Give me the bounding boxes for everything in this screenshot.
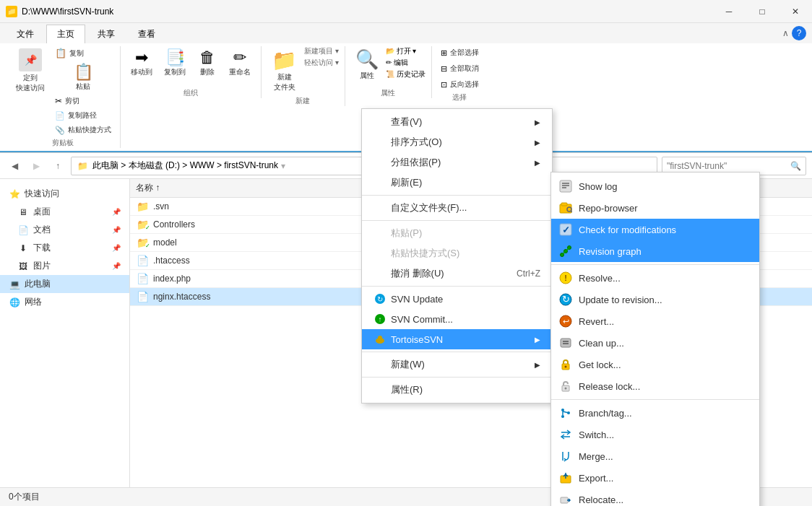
- sidebar-network-label: 网络: [25, 296, 42, 308]
- ctx2-repo-browser[interactable]: Repo-browser: [551, 197, 759, 219]
- ribbon-select-items: ⊞ 全部选择 ⊟ 全部取消 ⊡ 反向选择: [438, 46, 482, 91]
- back-button[interactable]: ◀: [6, 157, 23, 175]
- maximize-button[interactable]: □: [746, 0, 779, 23]
- history-button[interactable]: 📜 历史记录: [386, 69, 426, 79]
- ctx-properties[interactable]: 属性(R): [362, 380, 552, 400]
- sidebar-item-downloads[interactable]: ⬇ 下载 📌: [0, 239, 129, 257]
- tab-home[interactable]: 主页: [46, 25, 85, 43]
- ctx2-resolve[interactable]: ! Resolve...: [551, 267, 759, 289]
- sidebar-item-thispc[interactable]: 💻 此电脑: [0, 275, 129, 293]
- svg-text:!: !: [564, 274, 567, 282]
- relocate-label: Relocate...: [579, 494, 623, 505]
- ribbon-group-organize: ➡ 移动到 📑 复制到 🗑 删除 ✏ 重命名 组织: [121, 46, 262, 98]
- properties-ctx-icon: [373, 383, 386, 396]
- ctx-paste: 粘贴(P): [362, 223, 552, 243]
- new-item-dropdown[interactable]: 新建项目 ▾: [304, 46, 339, 56]
- folder-icon-controllers: 📁✓: [136, 218, 149, 231]
- title-bar: 📁 D:\WWW\firstSVN-trunk ─ □ ✕: [0, 0, 812, 23]
- sidebar-item-network[interactable]: 🌐 网络: [0, 293, 129, 311]
- deselect-all-button[interactable]: ⊟ 全部取消: [438, 62, 482, 75]
- clipboard-label: 剪贴板: [52, 136, 74, 148]
- svg-point-31: [565, 366, 567, 368]
- tab-share[interactable]: 共享: [87, 25, 126, 43]
- paste-shortcut-button[interactable]: 📎 粘贴快捷方式: [52, 123, 114, 136]
- delete-button[interactable]: 🗑 删除: [193, 46, 222, 79]
- sidebar-item-pictures[interactable]: 🖼 图片 📌: [0, 257, 129, 275]
- properties-button[interactable]: 🔍 属性: [351, 46, 383, 83]
- tab-file[interactable]: 文件: [6, 25, 45, 43]
- open-label: 属性: [381, 87, 395, 98]
- thispc-icon: 💻: [9, 279, 20, 290]
- ctx-tortoisesvn[interactable]: TortoiseSVN ▶: [362, 329, 552, 349]
- ctx-sort[interactable]: 排序方式(O) ▶: [362, 132, 552, 152]
- copy-path-button[interactable]: 📄 复制路径: [52, 109, 114, 122]
- ctx2-revision-graph[interactable]: Revision graph: [551, 240, 759, 262]
- ctx-customize[interactable]: 自定义文件夹(F)...: [362, 198, 552, 218]
- sidebar-item-docs[interactable]: 📄 文档 📌: [0, 221, 129, 239]
- invert-selection-button[interactable]: ⊡ 反向选择: [438, 78, 482, 91]
- copy-button[interactable]: 📋 复制: [52, 46, 114, 60]
- breadcrumb-dropdown-icon[interactable]: ▾: [281, 161, 285, 171]
- ctx2-sep-1: [551, 264, 759, 265]
- ctx-refresh[interactable]: 刷新(E): [362, 173, 552, 193]
- svg-rect-27: [561, 339, 571, 347]
- context-menu-tortoise: Show log Repo-browser ✓ Check for modifi…: [550, 172, 760, 506]
- downloads-icon: ⬇: [17, 243, 29, 254]
- move-to-button[interactable]: ➡ 移动到: [126, 46, 157, 79]
- ctx2-release-lock[interactable]: Release lock...: [551, 375, 759, 397]
- revert-label: Revert...: [579, 316, 614, 327]
- ctx-svn-update[interactable]: ↻ SVN Update: [362, 289, 552, 309]
- ribbon-organize-items: ➡ 移动到 📑 复制到 🗑 删除 ✏ 重命名: [126, 46, 255, 79]
- help-icon[interactable]: ?: [792, 26, 806, 40]
- cut-button[interactable]: ✂ 剪切: [52, 95, 114, 108]
- new-ctx-icon: [373, 358, 386, 371]
- copy-to-button[interactable]: 📑 复制到: [160, 46, 190, 79]
- ctx-undo-delete[interactable]: 撤消 删除(U) Ctrl+Z: [362, 263, 552, 284]
- easy-access-dropdown[interactable]: 轻松访问 ▾: [304, 58, 339, 68]
- merge-icon: [558, 449, 573, 463]
- repo-browser-icon: [558, 201, 573, 215]
- ctx-svn-commit[interactable]: ↑ SVN Commit...: [362, 309, 552, 329]
- sidebar-item-desktop[interactable]: 🖥 桌面 📌: [0, 203, 129, 221]
- ctx-view[interactable]: 查看(V) ▶: [362, 112, 552, 132]
- new-folder-button[interactable]: 📁 新建文件夹: [267, 46, 301, 95]
- ctx2-revert[interactable]: ↩ Revert...: [551, 310, 759, 332]
- paste-button[interactable]: 📋 粘贴: [52, 61, 114, 93]
- folder-icon-svn: 📁: [136, 200, 149, 213]
- svg-text:✓: ✓: [562, 224, 570, 235]
- ctx2-check-modifications[interactable]: ✓ Check for modifications: [551, 219, 759, 240]
- minimize-button[interactable]: ─: [712, 0, 746, 23]
- ctx2-show-log[interactable]: Show log: [551, 175, 759, 197]
- ctx2-update-revision[interactable]: ↻ Update to revision...: [551, 289, 759, 310]
- ctx2-relocate[interactable]: Relocate...: [551, 489, 759, 506]
- breadcrumb-folder-icon: 📁: [77, 161, 88, 171]
- svg-rect-6: [560, 180, 571, 192]
- ctx2-merge[interactable]: Merge...: [551, 445, 759, 467]
- sidebar-item-quickaccess[interactable]: ⭐ 快速访问: [0, 185, 129, 203]
- ctx2-switch[interactable]: Switch...: [551, 424, 759, 445]
- ctx2-cleanup[interactable]: Clean up...: [551, 332, 759, 354]
- file-icon-index: 📄: [136, 272, 149, 285]
- ctx2-branch-tag[interactable]: Branch/tag...: [551, 402, 759, 424]
- ctx-new[interactable]: 新建(W) ▶: [362, 354, 552, 375]
- tab-view[interactable]: 查看: [127, 25, 166, 43]
- refresh-icon: [373, 176, 386, 189]
- up-button[interactable]: ↑: [49, 157, 66, 175]
- expand-ribbon-icon[interactable]: ∧: [782, 28, 789, 38]
- open-dropdown[interactable]: 📂 打开 ▾: [386, 46, 426, 56]
- rename-button[interactable]: ✏ 重命名: [225, 46, 255, 79]
- forward-button[interactable]: ▶: [27, 157, 45, 175]
- ctx2-export[interactable]: Export...: [551, 467, 759, 489]
- pin-to-quickaccess-button[interactable]: 📌 定到快速访问: [12, 46, 49, 95]
- select-all-button[interactable]: ⊞ 全部选择: [438, 46, 482, 59]
- ctx2-get-lock[interactable]: Get lock...: [551, 354, 759, 375]
- sidebar-docs-label: 文档: [33, 224, 51, 236]
- resolve-label: Resolve...: [579, 273, 621, 284]
- search-input[interactable]: [667, 161, 790, 171]
- close-button[interactable]: ✕: [779, 0, 812, 23]
- svg-text:↻: ↻: [377, 295, 383, 303]
- file-icon-htaccess: 📄: [136, 254, 149, 267]
- search-icon[interactable]: 🔍: [790, 161, 801, 171]
- edit-button[interactable]: ✏ 编辑: [386, 58, 426, 68]
- ctx-group[interactable]: 分组依据(P) ▶: [362, 152, 552, 173]
